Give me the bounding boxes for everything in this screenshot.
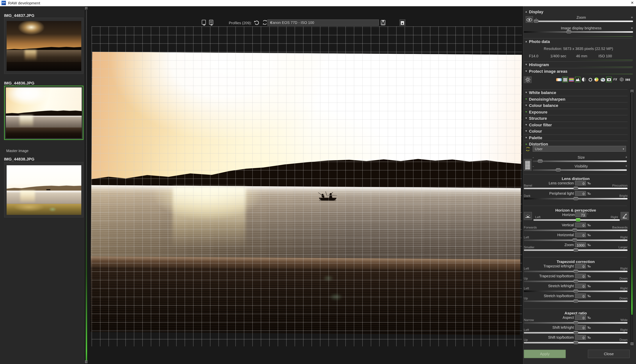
zoom-plus-label[interactable]: + xyxy=(631,16,633,20)
slider-handle[interactable] xyxy=(573,290,578,293)
fx-tool-icon[interactable]: FX xyxy=(612,77,618,82)
value-input[interactable]: 0 xyxy=(575,294,586,298)
value-input[interactable]: 1000 xyxy=(575,242,586,247)
slider-handle[interactable] xyxy=(573,299,578,303)
section-header-denoising[interactable]: ▼ Denoising/sharpen xyxy=(524,96,627,102)
apply-button[interactable]: Apply xyxy=(524,350,566,358)
value-input[interactable]: 0 xyxy=(575,315,586,320)
add-profile-icon[interactable] xyxy=(201,20,207,26)
panel-scrollbar[interactable] xyxy=(630,89,633,346)
filmstrip-scrollbar[interactable] xyxy=(85,6,88,364)
undo-profile-icon[interactable] xyxy=(254,20,260,26)
slider-handle[interactable] xyxy=(556,168,561,172)
add-profile-list-icon[interactable] xyxy=(208,20,215,26)
slider-handle[interactable] xyxy=(573,280,578,283)
section-header-white-balance[interactable]: ▼ White balance xyxy=(524,89,627,96)
section-header-photo-data[interactable]: ▲ Photo data xyxy=(524,38,632,45)
structure-tool-icon[interactable] xyxy=(581,77,587,82)
value-input[interactable]: 0 xyxy=(575,325,586,330)
slider-handle[interactable] xyxy=(572,238,577,242)
slider-track[interactable] xyxy=(524,322,627,324)
preview-toggle-button[interactable] xyxy=(399,20,405,26)
scroll-down-icon[interactable] xyxy=(630,342,633,345)
section-header-structure[interactable]: ▼ Structure xyxy=(524,115,627,122)
denoise-tool-icon[interactable] xyxy=(562,77,568,82)
distortion-preset-select[interactable]: User ▼ xyxy=(533,146,626,152)
settings-gear-button[interactable] xyxy=(524,76,532,83)
slider-handle[interactable] xyxy=(573,331,578,334)
slider-track[interactable] xyxy=(524,332,627,334)
value-input[interactable]: 0 xyxy=(575,274,586,278)
eye-preview-button[interactable] xyxy=(526,16,533,23)
value-input[interactable]: 73 xyxy=(575,212,586,217)
slider-track[interactable] xyxy=(524,342,627,344)
size-minus-label[interactable]: - xyxy=(533,156,534,160)
colour-tool-icon[interactable] xyxy=(594,77,599,82)
slider-handle[interactable] xyxy=(573,197,578,200)
reset-profile-icon[interactable] xyxy=(262,20,268,26)
slider-handle[interactable] xyxy=(573,186,578,190)
slider-track[interactable] xyxy=(524,188,627,189)
visibility-minus-label[interactable]: - xyxy=(533,164,534,168)
grid-overlay-button[interactable] xyxy=(524,159,532,171)
panorama-tool-icon[interactable] xyxy=(625,77,630,82)
slider-handle[interactable] xyxy=(566,30,571,34)
thumbnail-image-3[interactable] xyxy=(4,162,84,218)
visibility-plus-label[interactable]: + xyxy=(625,164,627,168)
value-input[interactable]: 0 xyxy=(575,191,586,196)
window-close-icon[interactable]: ✕ xyxy=(631,1,634,5)
colour-filter-tool-icon[interactable] xyxy=(587,77,593,82)
slider-track[interactable] xyxy=(524,230,627,231)
slider-handle[interactable] xyxy=(538,160,543,163)
ai-brain-tool-icon[interactable] xyxy=(619,77,624,82)
palette-tool-icon[interactable] xyxy=(600,77,605,82)
save-profile-icon[interactable] xyxy=(380,20,386,26)
value-input[interactable]: 0 xyxy=(575,264,586,268)
section-header-colour[interactable]: ▼ Colour xyxy=(524,128,627,134)
value-input[interactable]: 0 xyxy=(575,284,586,288)
slider-handle[interactable] xyxy=(576,218,580,222)
preview-canvas[interactable]: Profiles (209): Canon EOS 77D - ISO 100 … xyxy=(88,6,523,364)
horizon-tool-icon[interactable] xyxy=(524,212,532,220)
brightness-plus-label[interactable]: + xyxy=(631,26,633,30)
display-zoom-slider[interactable] xyxy=(534,20,633,22)
slider-handle[interactable] xyxy=(573,321,578,324)
grid-visibility-slider[interactable] xyxy=(533,169,627,171)
thumbnail-image-1[interactable] xyxy=(4,18,84,74)
panel-scrollbar-thumb[interactable] xyxy=(631,92,633,315)
display-brightness-slider[interactable] xyxy=(524,31,633,33)
slider-handle[interactable] xyxy=(573,341,578,344)
section-header-exposure[interactable]: ▼ Exposure xyxy=(524,109,627,115)
value-input[interactable]: 0 xyxy=(575,232,586,237)
colour-balance-tool-icon[interactable] xyxy=(569,77,574,82)
photo-preview[interactable] xyxy=(90,52,522,335)
value-input[interactable]: 0 xyxy=(575,222,586,227)
slider-track[interactable] xyxy=(524,271,627,272)
slider-handle[interactable] xyxy=(573,248,578,252)
slider-track[interactable] xyxy=(524,198,627,200)
section-header-display[interactable]: ▲ Display xyxy=(524,9,632,15)
reset-distortion-icon[interactable] xyxy=(525,146,530,152)
value-input[interactable]: 0 xyxy=(575,335,586,340)
slider-track[interactable] xyxy=(524,240,627,241)
slider-handle[interactable] xyxy=(534,20,539,23)
slider-track[interactable] xyxy=(524,290,627,292)
close-button[interactable]: Close xyxy=(588,350,630,358)
distortion-tool-icon[interactable] xyxy=(606,77,612,82)
slider-handle[interactable] xyxy=(572,228,577,232)
section-header-colour-balance[interactable]: ▼ Colour balance xyxy=(524,102,627,109)
section-header-palette[interactable]: ▼ Palette xyxy=(524,134,627,141)
section-header-protect-areas[interactable]: ▼ Protect image areas xyxy=(524,68,632,74)
grid-size-slider[interactable] xyxy=(533,160,627,162)
filmstrip-scrollbar-thumb[interactable] xyxy=(85,10,88,362)
slider-track[interactable] xyxy=(524,300,627,302)
slider-track[interactable] xyxy=(533,219,620,221)
thumbnail-image-2-master[interactable] xyxy=(4,86,84,140)
size-plus-label[interactable]: + xyxy=(625,155,627,159)
slider-track[interactable] xyxy=(524,280,627,282)
value-input[interactable]: 0 xyxy=(575,181,586,186)
slider-track[interactable] xyxy=(524,250,627,251)
angle-measure-icon[interactable] xyxy=(620,212,629,220)
profile-select[interactable]: Canon EOS 77D - ISO 100 ▼ xyxy=(267,20,379,26)
white-balance-tool-icon[interactable] xyxy=(556,77,562,82)
